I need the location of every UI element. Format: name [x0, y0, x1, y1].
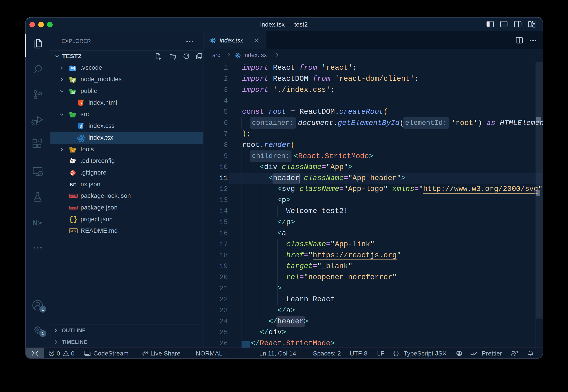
svg-text:≥: ≥ [38, 219, 42, 227]
svg-text:5: 5 [80, 101, 82, 105]
svg-text:npm: npm [70, 206, 77, 209]
svg-text:3: 3 [80, 124, 82, 128]
svg-text:JS: JS [72, 80, 75, 82]
svg-text:M: M [70, 229, 73, 233]
svg-text:N: N [32, 219, 38, 227]
svg-text:npm: npm [70, 194, 77, 197]
